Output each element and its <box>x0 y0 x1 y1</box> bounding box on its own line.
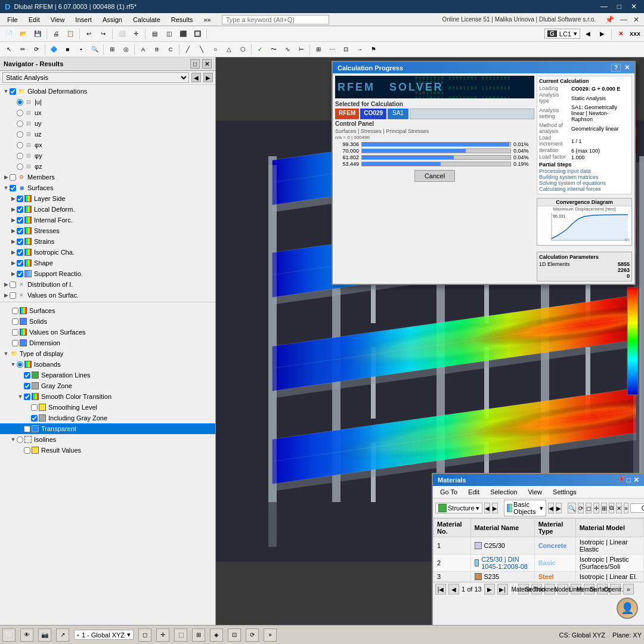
toolbar-next-btn[interactable]: ▶ <box>492 503 498 513</box>
table-row[interactable]: 1 C25/30 Concrete Isotropic | Linear Ela… <box>434 537 644 555</box>
cb-separation-lines[interactable] <box>24 372 30 379</box>
basic-objects-dropdown[interactable]: ▾ <box>540 504 543 512</box>
status-tb2[interactable]: ✛ <box>156 628 169 642</box>
tb-view1[interactable]: ▤ <box>148 28 161 40</box>
tab-rfem[interactable]: RFEM <box>335 109 359 119</box>
tb2-line1[interactable]: ╱ <box>181 44 194 55</box>
tb2-view3d[interactable]: 🔷 <box>47 44 60 55</box>
tree-global-deformations[interactable]: ▼ 📁 Global Deformations <box>0 86 215 97</box>
toolbar-move[interactable]: ✛ <box>593 503 599 513</box>
cb-isotropic[interactable] <box>17 249 23 256</box>
radio-uz[interactable] <box>17 131 23 138</box>
thick-tab-btn[interactable]: Thicknesses <box>544 584 555 595</box>
cb-layer-side[interactable] <box>17 196 23 202</box>
tb2-measure[interactable]: ⊢ <box>295 44 308 55</box>
cb-smoothing-level[interactable] <box>31 404 38 411</box>
lc-status-dropdown[interactable]: ▾ <box>127 631 131 639</box>
menu-selection[interactable]: Selection <box>485 487 522 497</box>
tree-type-display[interactable]: ▼ 📁 Type of display <box>0 348 215 359</box>
cb-local-deform[interactable] <box>17 206 23 213</box>
tree-stresses[interactable]: ▶ Stresses <box>0 225 215 236</box>
tree-internal-forces[interactable]: ▶ Internal Forc. <box>0 215 215 225</box>
tree-ux[interactable]: ⊟ ux <box>0 107 215 118</box>
tree-local-deform[interactable]: ▶ Local Deform. <box>0 204 215 215</box>
tb2-hash[interactable]: ⊞ <box>312 44 325 55</box>
tb2-grid[interactable]: ⊞ <box>106 44 119 55</box>
tree-iu[interactable]: ⊟ |u| <box>0 97 215 107</box>
dialog-help-btn[interactable]: ? <box>611 64 621 72</box>
tb2-polygon[interactable]: ⬡ <box>236 44 249 55</box>
cb-result-values[interactable] <box>24 447 30 454</box>
materials-restore-btn[interactable]: □ <box>627 476 631 484</box>
toolbar-prev-btn[interactable]: ◀ <box>484 503 490 513</box>
tb2-b[interactable]: B <box>150 44 163 55</box>
materials-pin-btn[interactable]: 📌 <box>617 476 624 484</box>
tb-view3[interactable]: ⬛ <box>177 28 190 40</box>
tree-phiy[interactable]: ⊟ φy <box>0 150 215 161</box>
dialog-close-btn[interactable]: ✕ <box>624 64 630 72</box>
table-row[interactable]: 3 S235 Steel Isotropic | Linear El. <box>434 572 644 582</box>
cb-smooth-color[interactable] <box>24 394 30 400</box>
radio-phiz[interactable] <box>17 163 23 170</box>
menu-view[interactable]: View <box>46 15 70 24</box>
tree-isotropic[interactable]: ▶ Isotropic Cha. <box>0 247 215 258</box>
toolbar-zoom[interactable]: 🔍 <box>568 503 576 513</box>
tb-move[interactable]: ✛ <box>129 28 143 40</box>
nodes-tab-btn[interactable]: Nodes <box>558 584 568 595</box>
status-tb4[interactable]: ⊞ <box>192 628 205 642</box>
keyword-search[interactable] <box>222 15 329 24</box>
toolbar-copy[interactable]: ⧉ <box>609 503 614 513</box>
lc-status-selector[interactable]: ▪ 1 - Global XYZ ▾ <box>74 630 134 640</box>
nav-analysis-select[interactable]: Static Analysis <box>2 72 189 83</box>
tb-save[interactable]: 💾 <box>31 28 44 40</box>
cb-transparent[interactable] <box>24 426 30 432</box>
radio-phix[interactable] <box>17 142 23 148</box>
radio-isolines[interactable] <box>17 436 23 443</box>
structure-dropdown[interactable]: ▾ <box>476 504 479 512</box>
tree-smooth-color[interactable]: ▼ Smooth Color Transition <box>0 391 215 402</box>
tree-gray-zone[interactable]: Gray Zone <box>0 380 215 391</box>
tree-isobands[interactable]: ▼ Isobands <box>0 359 215 370</box>
cb-values-surfaces[interactable] <box>10 292 16 299</box>
tb-next-lc[interactable]: ▶ <box>596 28 609 40</box>
status-tb8[interactable]: » <box>264 628 277 642</box>
cb-nav-surfaces[interactable] <box>12 308 18 314</box>
tb2-triangle[interactable]: △ <box>222 44 236 55</box>
cb-gray-zone[interactable] <box>24 383 30 389</box>
tree-support-reaction[interactable]: ▶ Support Reactio. <box>0 268 215 279</box>
tree-members[interactable]: ▶ ⚙ Members <box>0 172 215 182</box>
tb-prev-lc[interactable]: ◀ <box>581 28 595 40</box>
menu-minimize[interactable]: — <box>618 16 630 24</box>
status-tb7[interactable]: ⟳ <box>246 628 259 642</box>
nav-close-btn[interactable]: ✕ <box>202 59 212 69</box>
page-prev-btn[interactable]: ◀ <box>448 584 459 595</box>
tb-redo[interactable]: ↪ <box>97 28 110 40</box>
menu-view[interactable]: View <box>523 487 547 497</box>
tree-surfaces[interactable]: ▼ ◼ Surfaces <box>0 182 215 193</box>
tree-uz[interactable]: ⊟ uz <box>0 129 215 140</box>
tb2-viewxy[interactable]: ■ <box>61 44 74 55</box>
menu-close[interactable]: ✕ <box>631 16 642 24</box>
tree-isolines[interactable]: ▼ Isolines <box>0 434 215 445</box>
cancel-button[interactable]: Cancel <box>414 170 455 182</box>
tb2-wave2[interactable]: ∿ <box>281 44 294 55</box>
status-tb5[interactable]: ◈ <box>210 628 223 642</box>
tb2-line2[interactable]: ╲ <box>195 44 208 55</box>
tree-layer-side[interactable]: ▶ Layer Side <box>0 193 215 204</box>
minimize-btn[interactable]: — <box>598 2 610 11</box>
cb-surfaces[interactable] <box>10 185 16 191</box>
tree-smoothing-level[interactable]: Smoothing Level <box>0 402 215 413</box>
menu-edit[interactable]: Edit <box>24 15 45 24</box>
tb2-flag[interactable]: ⚑ <box>367 44 380 55</box>
menu-assign[interactable]: Assign <box>98 15 127 24</box>
tree-result-values[interactable]: Result Values <box>0 445 215 456</box>
materials-close-btn[interactable]: ✕ <box>633 476 639 484</box>
cb-strains[interactable] <box>17 239 23 245</box>
nav-restore-btn[interactable]: □ <box>190 59 200 69</box>
nav-dimension[interactable]: Dimension <box>0 338 215 348</box>
nav-prev-btn[interactable]: ◀ <box>191 73 201 82</box>
tb2-a[interactable]: A <box>137 44 150 55</box>
cb-support-reaction[interactable] <box>17 271 23 277</box>
cb-internal-forces[interactable] <box>17 217 23 224</box>
nav-next-btn[interactable]: ▶ <box>203 73 213 82</box>
